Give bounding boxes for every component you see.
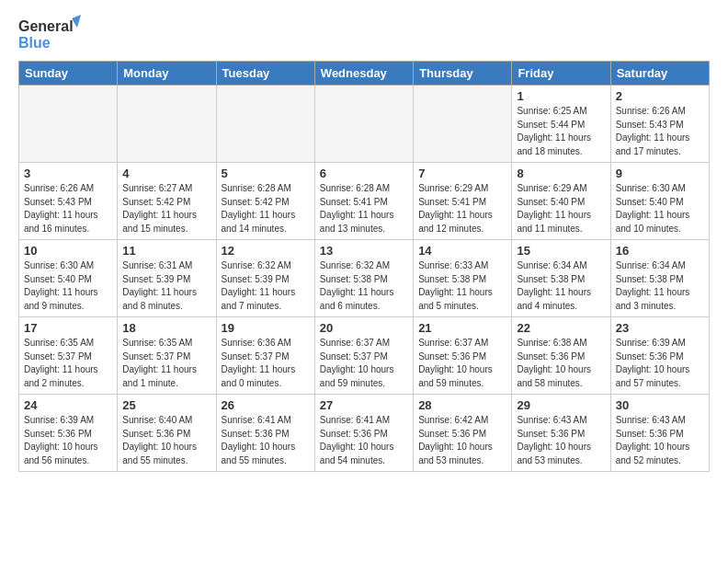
calendar-cell: 12Sunrise: 6:32 AMSunset: 5:39 PMDayligh…: [216, 240, 314, 317]
day-info: Sunrise: 6:34 AMSunset: 5:38 PMDaylight:…: [517, 259, 605, 313]
calendar-cell: 20Sunrise: 6:37 AMSunset: 5:37 PMDayligh…: [314, 317, 413, 395]
day-number: 24: [24, 398, 112, 412]
day-info: Sunrise: 6:30 AMSunset: 5:40 PMDaylight:…: [616, 182, 704, 236]
day-number: 11: [122, 244, 210, 258]
calendar-cell: 16Sunrise: 6:34 AMSunset: 5:38 PMDayligh…: [610, 240, 709, 317]
day-number: 18: [122, 321, 210, 335]
day-info: Sunrise: 6:37 AMSunset: 5:37 PMDaylight:…: [320, 337, 408, 390]
day-info: Sunrise: 6:29 AMSunset: 5:40 PMDaylight:…: [517, 182, 605, 236]
day-number: 19: [222, 321, 310, 335]
calendar-cell: 29Sunrise: 6:43 AMSunset: 5:36 PMDayligh…: [512, 395, 610, 472]
calendar-cell: 11Sunrise: 6:31 AMSunset: 5:39 PMDayligh…: [118, 240, 216, 317]
day-number: 30: [616, 398, 704, 412]
day-info: Sunrise: 6:26 AMSunset: 5:43 PMDaylight:…: [616, 105, 704, 158]
calendar-cell: 23Sunrise: 6:39 AMSunset: 5:36 PMDayligh…: [610, 317, 709, 395]
day-number: 7: [418, 167, 506, 180]
day-info: Sunrise: 6:40 AMSunset: 5:36 PMDaylight:…: [122, 414, 210, 467]
day-info: Sunrise: 6:28 AMSunset: 5:41 PMDaylight:…: [320, 182, 408, 236]
week-row-4: 17Sunrise: 6:35 AMSunset: 5:37 PMDayligh…: [19, 317, 710, 395]
weekday-header-saturday: Saturday: [610, 62, 709, 86]
header: GeneralBlue: [18, 15, 710, 53]
calendar-cell: 9Sunrise: 6:30 AMSunset: 5:40 PMDaylight…: [610, 163, 709, 240]
day-info: Sunrise: 6:41 AMSunset: 5:36 PMDaylight:…: [222, 414, 310, 467]
day-number: 10: [24, 244, 112, 258]
day-info: Sunrise: 6:35 AMSunset: 5:37 PMDaylight:…: [24, 337, 112, 390]
weekday-header-thursday: Thursday: [414, 62, 512, 86]
day-info: Sunrise: 6:29 AMSunset: 5:41 PMDaylight:…: [418, 182, 506, 236]
calendar-cell: 26Sunrise: 6:41 AMSunset: 5:36 PMDayligh…: [216, 395, 314, 472]
calendar-cell: 27Sunrise: 6:41 AMSunset: 5:36 PMDayligh…: [314, 395, 413, 472]
calendar-cell: [216, 86, 314, 163]
day-number: 23: [616, 321, 704, 335]
week-row-1: 1Sunrise: 6:25 AMSunset: 5:44 PMDaylight…: [19, 86, 710, 163]
calendar-cell: 25Sunrise: 6:40 AMSunset: 5:36 PMDayligh…: [118, 395, 216, 472]
calendar-cell: 6Sunrise: 6:28 AMSunset: 5:41 PMDaylight…: [314, 163, 413, 240]
day-info: Sunrise: 6:26 AMSunset: 5:43 PMDaylight:…: [24, 182, 112, 236]
day-info: Sunrise: 6:37 AMSunset: 5:36 PMDaylight:…: [418, 337, 506, 390]
weekday-header-wednesday: Wednesday: [314, 62, 413, 86]
day-number: 22: [517, 321, 605, 335]
day-number: 12: [222, 244, 310, 258]
week-row-2: 3Sunrise: 6:26 AMSunset: 5:43 PMDaylight…: [19, 163, 710, 240]
day-number: 20: [320, 321, 408, 335]
day-number: 17: [24, 321, 112, 335]
day-info: Sunrise: 6:32 AMSunset: 5:38 PMDaylight:…: [320, 259, 408, 313]
day-number: 29: [517, 398, 605, 412]
calendar-cell: 15Sunrise: 6:34 AMSunset: 5:38 PMDayligh…: [512, 240, 610, 317]
svg-text:Blue: Blue: [18, 35, 51, 51]
day-number: 1: [517, 89, 605, 103]
day-number: 9: [616, 167, 704, 180]
day-number: 13: [320, 244, 408, 258]
calendar-cell: 14Sunrise: 6:33 AMSunset: 5:38 PMDayligh…: [414, 240, 512, 317]
day-number: 14: [418, 244, 506, 258]
calendar-cell: 3Sunrise: 6:26 AMSunset: 5:43 PMDaylight…: [19, 163, 118, 240]
weekday-header-tuesday: Tuesday: [216, 62, 314, 86]
day-number: 5: [222, 167, 310, 180]
calendar-cell: 21Sunrise: 6:37 AMSunset: 5:36 PMDayligh…: [414, 317, 512, 395]
day-info: Sunrise: 6:38 AMSunset: 5:36 PMDaylight:…: [517, 337, 605, 390]
day-number: 6: [320, 167, 408, 180]
day-info: Sunrise: 6:31 AMSunset: 5:39 PMDaylight:…: [122, 259, 210, 313]
week-row-5: 24Sunrise: 6:39 AMSunset: 5:36 PMDayligh…: [19, 395, 710, 472]
calendar-cell: 13Sunrise: 6:32 AMSunset: 5:38 PMDayligh…: [314, 240, 413, 317]
day-number: 3: [24, 167, 112, 180]
calendar-cell: 8Sunrise: 6:29 AMSunset: 5:40 PMDaylight…: [512, 163, 610, 240]
day-number: 26: [222, 398, 310, 412]
calendar-cell: 7Sunrise: 6:29 AMSunset: 5:41 PMDaylight…: [414, 163, 512, 240]
week-row-3: 10Sunrise: 6:30 AMSunset: 5:40 PMDayligh…: [19, 240, 710, 317]
calendar-cell: [414, 86, 512, 163]
day-info: Sunrise: 6:27 AMSunset: 5:42 PMDaylight:…: [122, 182, 210, 236]
day-info: Sunrise: 6:43 AMSunset: 5:36 PMDaylight:…: [616, 414, 704, 467]
calendar-cell: [19, 86, 118, 163]
day-info: Sunrise: 6:41 AMSunset: 5:36 PMDaylight:…: [320, 414, 408, 467]
day-number: 8: [517, 167, 605, 180]
calendar-cell: 4Sunrise: 6:27 AMSunset: 5:42 PMDaylight…: [118, 163, 216, 240]
day-info: Sunrise: 6:25 AMSunset: 5:44 PMDaylight:…: [517, 105, 605, 158]
day-info: Sunrise: 6:30 AMSunset: 5:40 PMDaylight:…: [24, 259, 112, 313]
calendar-cell: 19Sunrise: 6:36 AMSunset: 5:37 PMDayligh…: [216, 317, 314, 395]
day-info: Sunrise: 6:42 AMSunset: 5:36 PMDaylight:…: [418, 414, 506, 467]
calendar-cell: 5Sunrise: 6:28 AMSunset: 5:42 PMDaylight…: [216, 163, 314, 240]
weekday-header-sunday: Sunday: [19, 62, 118, 86]
day-number: 16: [616, 244, 704, 258]
calendar-cell: 22Sunrise: 6:38 AMSunset: 5:36 PMDayligh…: [512, 317, 610, 395]
calendar-cell: 1Sunrise: 6:25 AMSunset: 5:44 PMDaylight…: [512, 86, 610, 163]
calendar-cell: 2Sunrise: 6:26 AMSunset: 5:43 PMDaylight…: [610, 86, 709, 163]
day-info: Sunrise: 6:36 AMSunset: 5:37 PMDaylight:…: [222, 337, 310, 390]
calendar-cell: 17Sunrise: 6:35 AMSunset: 5:37 PMDayligh…: [19, 317, 118, 395]
calendar-cell: 18Sunrise: 6:35 AMSunset: 5:37 PMDayligh…: [118, 317, 216, 395]
calendar-cell: 30Sunrise: 6:43 AMSunset: 5:36 PMDayligh…: [610, 395, 709, 472]
day-info: Sunrise: 6:32 AMSunset: 5:39 PMDaylight:…: [222, 259, 310, 313]
day-info: Sunrise: 6:43 AMSunset: 5:36 PMDaylight:…: [517, 414, 605, 467]
day-info: Sunrise: 6:34 AMSunset: 5:38 PMDaylight:…: [616, 259, 704, 313]
day-number: 25: [122, 398, 210, 412]
weekday-header-friday: Friday: [512, 62, 610, 86]
day-number: 4: [122, 167, 210, 180]
day-number: 27: [320, 398, 408, 412]
day-number: 15: [517, 244, 605, 258]
calendar-cell: [314, 86, 413, 163]
day-number: 2: [616, 89, 704, 103]
day-info: Sunrise: 6:39 AMSunset: 5:36 PMDaylight:…: [616, 337, 704, 390]
weekday-header-row: SundayMondayTuesdayWednesdayThursdayFrid…: [19, 62, 710, 86]
weekday-header-monday: Monday: [118, 62, 216, 86]
